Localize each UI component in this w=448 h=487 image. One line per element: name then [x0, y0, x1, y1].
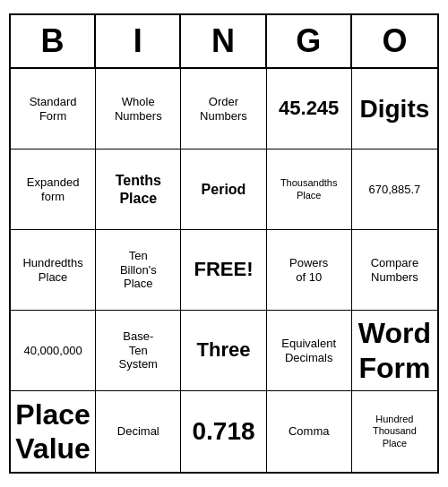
cell-text-15: 40,000,000: [24, 344, 82, 358]
cell-text-23: Comma: [289, 424, 330, 439]
bingo-cell-17: Three: [181, 311, 266, 391]
bingo-header: BINGO: [11, 15, 437, 69]
bingo-grid: Standard FormWhole NumbersOrder Numbers4…: [11, 69, 437, 472]
bingo-cell-22: 0.718: [181, 391, 266, 472]
bingo-cell-5: Expanded form: [11, 150, 96, 230]
cell-text-4: Digits: [360, 94, 430, 124]
header-letter-n: N: [181, 15, 266, 67]
bingo-cell-11: Ten Billon's Place: [96, 230, 181, 311]
header-letter-o: O: [352, 15, 437, 67]
bingo-cell-2: Order Numbers: [181, 69, 266, 150]
bingo-cell-14: Compare Numbers: [352, 230, 437, 311]
bingo-cell-8: Thousandths Place: [267, 150, 352, 230]
bingo-cell-12: FREE!: [181, 230, 266, 311]
bingo-cell-10: Hundredths Place: [11, 230, 96, 311]
cell-text-22: 0.718: [192, 416, 254, 447]
cell-text-3: 45.245: [279, 97, 339, 120]
cell-text-18: Equivalent Decimals: [281, 337, 336, 364]
bingo-cell-7: Period: [181, 150, 266, 230]
bingo-cell-3: 45.245: [267, 69, 352, 150]
cell-text-7: Period: [202, 181, 246, 198]
header-letter-b: B: [11, 15, 96, 67]
cell-text-16: Base- Ten System: [119, 329, 158, 372]
cell-text-8: Thousandths Place: [280, 177, 338, 201]
bingo-cell-4: Digits: [352, 69, 437, 150]
bingo-cell-24: Hundred Thousand Place: [352, 391, 437, 472]
cell-text-0: Standard Form: [30, 95, 77, 123]
cell-text-9: 670,885.7: [368, 183, 420, 197]
cell-text-2: Order Numbers: [200, 95, 247, 123]
bingo-cell-19: Word Form: [352, 311, 437, 391]
cell-text-20: Place Value: [15, 397, 90, 466]
bingo-cell-0: Standard Form: [11, 69, 96, 150]
bingo-cell-1: Whole Numbers: [96, 69, 181, 150]
bingo-cell-20: Place Value: [11, 391, 96, 472]
cell-text-21: Decimal: [117, 424, 159, 439]
bingo-cell-16: Base- Ten System: [96, 311, 181, 391]
bingo-cell-6: Tenths Place: [96, 150, 181, 230]
bingo-cell-15: 40,000,000: [11, 311, 96, 391]
cell-text-12: FREE!: [194, 258, 253, 281]
bingo-cell-13: Powers of 10: [267, 230, 352, 311]
cell-text-5: Expanded form: [27, 175, 80, 203]
cell-text-14: Compare Numbers: [371, 256, 418, 284]
bingo-cell-23: Comma: [267, 391, 352, 472]
bingo-card: BINGO Standard FormWhole NumbersOrder Nu…: [9, 13, 439, 474]
cell-text-1: Whole Numbers: [115, 95, 162, 123]
cell-text-11: Ten Billon's Place: [120, 249, 157, 291]
bingo-cell-9: 670,885.7: [352, 150, 437, 230]
header-letter-g: G: [267, 15, 352, 67]
cell-text-19: Word Form: [358, 316, 431, 385]
cell-text-13: Powers of 10: [289, 256, 328, 284]
cell-text-10: Hundredths Place: [22, 256, 82, 284]
header-letter-i: I: [96, 15, 181, 67]
cell-text-24: Hundred Thousand Place: [373, 414, 417, 449]
bingo-cell-21: Decimal: [96, 391, 181, 472]
cell-text-6: Tenths Place: [116, 172, 161, 206]
cell-text-17: Three: [197, 338, 251, 362]
bingo-cell-18: Equivalent Decimals: [267, 311, 352, 391]
